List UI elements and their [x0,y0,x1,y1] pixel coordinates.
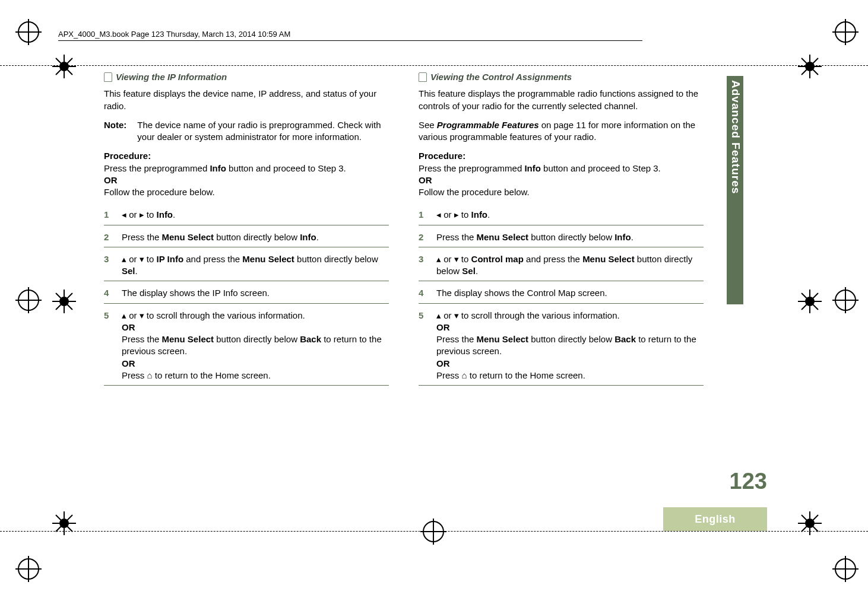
step-1: 1 ◂ or ▸ to Info. [104,205,389,225]
step-number: 2 [419,231,427,243]
section-heading: Viewing the Control Assignments [419,71,704,83]
procedure-label: Procedure: [419,151,465,161]
step-body: Press the Menu Select button directly be… [436,231,704,243]
text: . [487,209,490,220]
or-label: OR [436,322,450,332]
print-header: APX_4000_M3.book Page 123 Thursday, Marc… [58,30,821,39]
or-label: OR [122,322,135,332]
step-1: 1 ◂ or ▸ to Info. [419,205,704,225]
text: to scroll through the various informatio… [144,310,305,320]
text: . [631,232,633,242]
ui-label: Info [614,232,631,242]
down-arrow-icon: ▾ [140,310,144,322]
ui-label: IP Info [157,254,184,264]
text: Menu Select [477,232,529,242]
or-label: OR [419,175,432,185]
ui-label: Info [157,209,173,220]
step-number: 4 [419,287,427,299]
step-5: 5 ▴ or ▾ to scroll through the various i… [104,306,389,386]
step-3: 3 ▴ or ▾ to IP Info and press the Menu S… [104,250,389,282]
text: Menu Select [477,334,529,344]
step-number: 5 [419,310,427,382]
procedure-block: Procedure: Press the preprogrammed Info … [104,150,389,198]
text: button directly below [214,334,300,344]
procedure-block: Procedure: Press the preprogrammed Info … [419,150,704,198]
note-label: Note: [104,119,126,144]
text: . [135,266,138,276]
step-5: 5 ▴ or ▾ to scroll through the various i… [419,306,704,386]
left-arrow-icon: ◂ [122,209,126,221]
text: button and proceed to Step 3. [226,163,346,173]
text: or [441,209,454,220]
step-body: ▴ or ▾ to Control map and press the Menu… [436,253,704,278]
text: Press [436,370,462,380]
step-number: 3 [419,253,427,278]
ui-label: Control map [471,254,524,264]
text: or [441,254,454,264]
proc-line: Press the preprogrammed Info button and … [419,163,661,173]
step-body: ▴ or ▾ to IP Info and press the Menu Sel… [122,253,389,278]
up-arrow-icon: ▴ [436,253,441,265]
page-number: 123 [730,469,767,494]
step-body: ▴ or ▾ to scroll through the various inf… [436,310,704,382]
down-arrow-icon: ▾ [454,310,459,322]
text: button directly below [528,334,614,344]
text: Press the [122,232,162,242]
home-icon: ⌂ [462,370,467,381]
or-label: OR [436,358,450,368]
ui-label: Back [614,334,636,344]
note-text: The device name of your radio is preprog… [137,119,389,144]
step-body: ◂ or ▸ to Info. [122,209,389,221]
bind-target-icon [51,288,77,314]
note-row: Note: The device name of your radio is p… [104,119,389,144]
up-arrow-icon: ▴ [122,253,126,265]
registration-mark-icon [835,290,856,311]
intro-text: This feature displays the programmable r… [419,88,704,112]
text: or [126,310,140,320]
text: button directly below [294,254,378,264]
step-body: The display shows the Control Map screen… [436,287,704,299]
step-number: 3 [104,253,112,278]
page-number-box: 123 [702,469,767,507]
text: Programmable Features [437,120,539,130]
registration-mark-icon [18,290,39,311]
text: Menu Select [582,254,635,264]
text: button directly below [528,232,614,242]
step-body: Press the Menu Select button directly be… [122,231,389,243]
text: Info [210,163,226,173]
language-label: English [695,513,736,526]
text: Menu Select [242,254,294,264]
bind-target-icon [51,510,77,536]
print-header-rule [58,40,642,41]
ui-label: Info [300,232,316,242]
section-heading: Viewing the IP Information [104,71,389,83]
text: to [459,254,471,264]
step-4: 4 The display shows the IP Info screen. [104,284,389,303]
text: and press the [524,254,582,264]
text: to [459,209,471,220]
bind-target-icon [51,53,77,80]
left-column: Viewing the IP Information This feature … [104,71,389,439]
registration-mark-icon [423,521,444,542]
up-arrow-icon: ▴ [436,310,441,322]
proc-line: Follow the procedure below. [104,187,215,197]
proc-line: Follow the procedure below. [419,187,530,197]
step-number: 5 [104,310,112,382]
step-3: 3 ▴ or ▾ to Control map and press the Me… [419,250,704,282]
text: Menu Select [162,232,214,242]
text: to return to the Home screen. [153,370,271,380]
bind-target-icon [797,288,823,314]
ui-label: Sel [462,266,476,276]
section-title: Viewing the Control Assignments [430,71,572,83]
procedure-label: Procedure: [104,151,151,161]
step-body: The display shows the IP Info screen. [122,287,389,299]
side-tab-label: Advanced Features [728,80,742,194]
text: . [173,209,175,220]
down-arrow-icon: ▾ [454,253,459,265]
up-arrow-icon: ▴ [122,310,126,322]
text: Info [524,163,541,173]
ui-label: Sel [122,266,135,276]
text: or [126,209,140,220]
registration-mark-icon [18,21,39,43]
text: Press the [122,334,162,344]
